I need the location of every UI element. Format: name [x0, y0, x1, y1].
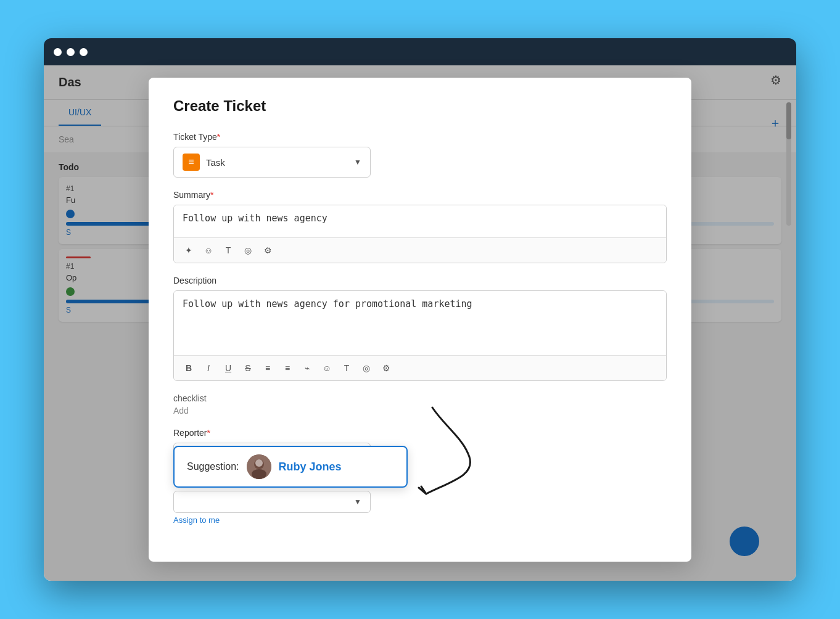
suggestion-avatar: [247, 454, 271, 479]
reporter-required-star: *: [207, 428, 210, 438]
desc-toolbar-list-ordered[interactable]: ≡: [259, 359, 276, 377]
suggestion-box[interactable]: Suggestion: Ruby Jones: [173, 446, 408, 488]
browser-window: ⚙ ＋ Das UI/UX Sea Todo #1 Fu: [44, 38, 796, 581]
desc-toolbar-italic[interactable]: I: [200, 359, 217, 377]
toolbar-btn-magic[interactable]: ✦: [180, 242, 197, 259]
create-ticket-modal: Create Ticket Ticket Type* ≡ Task ▼ Su: [149, 78, 691, 562]
traffic-light-red[interactable]: [54, 48, 62, 56]
checklist-add-button[interactable]: Add: [173, 406, 667, 416]
description-input[interactable]: Follow up with news agency for promotion…: [174, 291, 666, 353]
description-group: Description Follow up with news agency f…: [173, 276, 667, 381]
ticket-type-chevron: ▼: [354, 158, 361, 166]
assignee-chevron: ▼: [354, 498, 361, 506]
description-container: Follow up with news agency for promotion…: [173, 290, 667, 381]
description-toolbar: B I U S ≡ ≡ ⌁ ☺ T ◎ ⚙: [174, 355, 666, 380]
assignee-group: ▼ Assign to me: [173, 491, 667, 525]
modal-title: Create Ticket: [173, 97, 667, 115]
toolbar-btn-settings[interactable]: ⚙: [259, 242, 276, 259]
summary-toolbar: ✦ ☺ T ◎ ⚙: [174, 237, 666, 263]
browser-titlebar: [44, 38, 796, 65]
desc-toolbar-emoji[interactable]: ☺: [318, 359, 336, 377]
desc-toolbar-underline[interactable]: U: [220, 359, 237, 377]
reporter-label: Reporter*: [173, 428, 667, 438]
modal-overlay: Create Ticket Ticket Type* ≡ Task ▼ Su: [44, 65, 796, 581]
suggestion-name[interactable]: Ruby Jones: [279, 461, 342, 473]
summary-required-star: *: [210, 190, 213, 200]
desc-toolbar-list-unordered[interactable]: ≡: [279, 359, 296, 377]
required-star: *: [217, 132, 220, 142]
desc-toolbar-mention[interactable]: ◎: [358, 359, 375, 377]
task-icon: ≡: [183, 154, 200, 171]
svg-point-2: [252, 469, 266, 479]
desc-toolbar-bold[interactable]: B: [180, 359, 197, 377]
checklist-group: checklist Add: [173, 393, 667, 416]
ticket-type-group: Ticket Type* ≡ Task ▼: [173, 132, 667, 178]
description-label: Description: [173, 276, 667, 285]
toolbar-btn-text[interactable]: T: [220, 242, 237, 259]
traffic-light-green[interactable]: [80, 48, 88, 56]
suggestion-avatar-img: [247, 454, 271, 479]
svg-point-3: [255, 459, 263, 467]
checklist-label: checklist: [173, 393, 667, 403]
desc-toolbar-settings[interactable]: ⚙: [377, 359, 395, 377]
toolbar-btn-emoji[interactable]: ☺: [200, 242, 217, 259]
summary-group: Summary* Follow up with news agency ✦ ☺ …: [173, 190, 667, 263]
assignee-dropdown[interactable]: ▼: [173, 491, 371, 513]
desc-toolbar-link[interactable]: ⌁: [299, 359, 316, 377]
summary-input[interactable]: Follow up with news agency: [174, 205, 666, 235]
ticket-type-value: Task: [206, 157, 348, 168]
summary-container: Follow up with news agency ✦ ☺ T ◎ ⚙: [173, 205, 667, 263]
ticket-type-dropdown[interactable]: ≡ Task ▼: [173, 147, 371, 178]
browser-content: ⚙ ＋ Das UI/UX Sea Todo #1 Fu: [44, 65, 796, 581]
assign-to-me-link[interactable]: Assign to me: [173, 515, 667, 525]
ticket-type-label: Ticket Type*: [173, 132, 667, 142]
desc-toolbar-text[interactable]: T: [338, 359, 355, 377]
desc-toolbar-strike[interactable]: S: [239, 359, 257, 377]
toolbar-btn-mention[interactable]: ◎: [239, 242, 257, 259]
traffic-light-yellow[interactable]: [67, 48, 75, 56]
suggestion-label: Suggestion:: [187, 461, 239, 472]
summary-label: Summary*: [173, 190, 667, 200]
